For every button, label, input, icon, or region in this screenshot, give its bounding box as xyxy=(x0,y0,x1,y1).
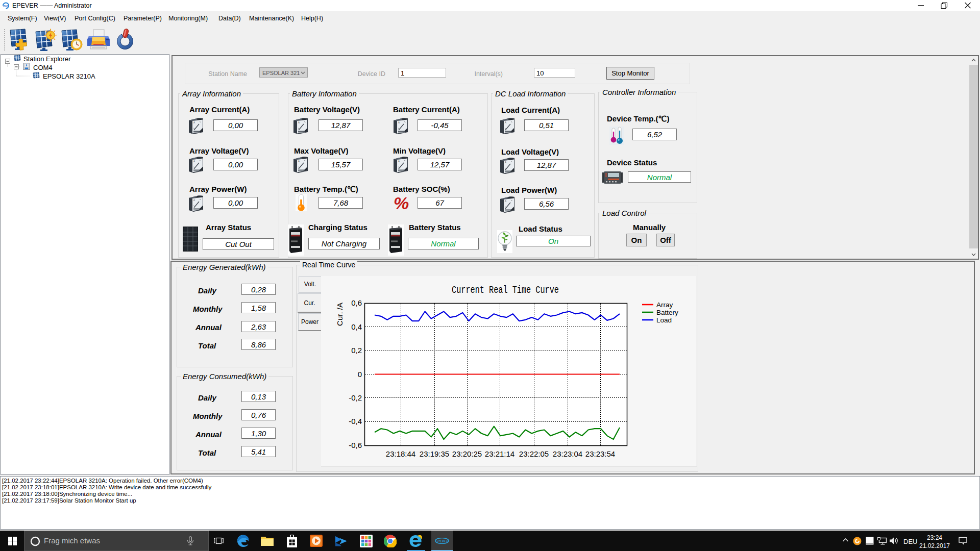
svg-text:23:23:54: 23:23:54 xyxy=(585,449,615,458)
svg-text:23:23:04: 23:23:04 xyxy=(553,449,582,458)
svg-text:BUS: BUS xyxy=(3,5,9,8)
svg-text:23:18:44: 23:18:44 xyxy=(386,449,415,458)
svg-text:0: 0 xyxy=(358,370,362,379)
svg-text:23:20:25: 23:20:25 xyxy=(452,449,482,458)
svg-text:0,2: 0,2 xyxy=(351,346,362,355)
svg-text:-0,4: -0,4 xyxy=(349,417,362,425)
svg-text:Load: Load xyxy=(656,316,672,324)
svg-text:0,6: 0,6 xyxy=(351,298,362,307)
svg-text:23:21:14: 23:21:14 xyxy=(485,449,514,458)
svg-text:23:22:05: 23:22:05 xyxy=(519,449,549,458)
svg-text:-0,6: -0,6 xyxy=(349,441,362,449)
svg-text:-0,2: -0,2 xyxy=(349,393,362,402)
svg-text:Cur. /A: Cur. /A xyxy=(335,303,344,326)
svg-text:EPEVER: EPEVER xyxy=(435,539,449,543)
svg-text:Battery: Battery xyxy=(656,309,678,316)
svg-text:Array: Array xyxy=(656,301,673,309)
svg-text:Current Real Time Curve: Current Real Time Curve xyxy=(452,284,559,296)
svg-text:0,4: 0,4 xyxy=(351,322,362,331)
svg-text:23:19:35: 23:19:35 xyxy=(420,449,449,458)
